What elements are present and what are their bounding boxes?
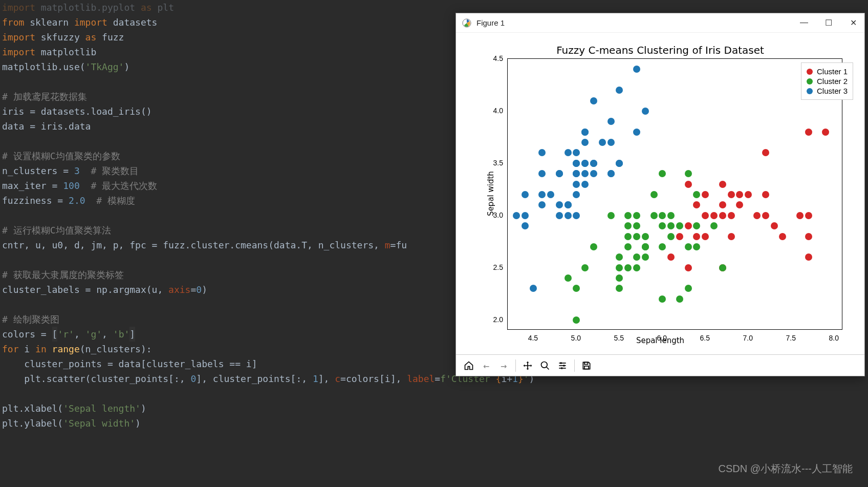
data-point bbox=[581, 170, 589, 177]
data-point bbox=[728, 212, 735, 219]
data-point bbox=[565, 149, 572, 156]
data-point bbox=[642, 243, 649, 250]
data-point bbox=[667, 222, 675, 229]
data-point bbox=[805, 129, 812, 136]
matplotlib-figure-window: Figure 1 — ☐ ✕ Fuzzy C-means Clustering … bbox=[455, 13, 865, 376]
legend-item[interactable]: Cluster 2 bbox=[807, 77, 848, 86]
svg-rect-8 bbox=[561, 367, 563, 369]
back-icon[interactable]: ← bbox=[479, 358, 494, 373]
forward-icon[interactable]: → bbox=[496, 358, 511, 373]
legend-label: Cluster 1 bbox=[817, 67, 848, 76]
y-tick: 2.0 bbox=[483, 315, 503, 324]
chart-title: Fuzzy C-means Clustering of Iris Dataset bbox=[456, 44, 864, 56]
data-point bbox=[667, 212, 675, 219]
data-point bbox=[693, 201, 700, 208]
data-point bbox=[659, 295, 666, 303]
data-point bbox=[616, 160, 623, 167]
home-icon[interactable] bbox=[461, 358, 476, 373]
maximize-button[interactable]: ☐ bbox=[823, 18, 834, 28]
data-point bbox=[590, 170, 597, 177]
data-point bbox=[590, 97, 597, 104]
data-point bbox=[805, 233, 812, 240]
minimize-button[interactable]: — bbox=[799, 18, 809, 28]
data-point bbox=[607, 170, 615, 177]
data-point bbox=[624, 233, 632, 240]
data-point bbox=[590, 243, 597, 250]
data-point bbox=[538, 201, 546, 208]
legend-label: Cluster 3 bbox=[817, 87, 848, 95]
data-point bbox=[779, 233, 786, 240]
legend-item[interactable]: Cluster 3 bbox=[807, 87, 848, 95]
data-point bbox=[719, 264, 726, 271]
data-point bbox=[522, 222, 529, 229]
pan-icon[interactable] bbox=[520, 358, 535, 373]
legend-label: Cluster 2 bbox=[817, 77, 848, 86]
data-point bbox=[762, 212, 769, 219]
data-point bbox=[556, 212, 563, 219]
data-point bbox=[685, 170, 692, 177]
data-point bbox=[581, 181, 589, 188]
svg-rect-9 bbox=[584, 362, 588, 364]
x-tick: 7.0 bbox=[743, 334, 753, 342]
data-point bbox=[642, 233, 649, 240]
data-point bbox=[642, 108, 649, 115]
data-point bbox=[538, 191, 546, 198]
window-titlebar[interactable]: Figure 1 — ☐ ✕ bbox=[456, 13, 864, 33]
data-point bbox=[702, 212, 709, 219]
plot-area[interactable]: Fuzzy C-means Clustering of Iris Dataset… bbox=[456, 33, 864, 354]
data-point bbox=[805, 212, 812, 219]
data-point bbox=[547, 191, 554, 198]
x-tick: 5.0 bbox=[571, 334, 581, 342]
data-point bbox=[573, 170, 580, 177]
zoom-icon[interactable] bbox=[537, 358, 553, 373]
legend[interactable]: Cluster 1Cluster 2Cluster 3 bbox=[801, 62, 853, 100]
data-point bbox=[565, 201, 572, 208]
code-line[interactable]: plt.xlabel('Sepal length') bbox=[2, 401, 866, 416]
data-point bbox=[702, 191, 709, 198]
data-point bbox=[624, 264, 632, 271]
window-controls: — ☐ ✕ bbox=[799, 18, 858, 28]
chart-axes bbox=[507, 58, 842, 330]
data-point bbox=[685, 181, 692, 188]
svg-line-2 bbox=[547, 367, 549, 369]
y-tick: 3.5 bbox=[483, 159, 503, 167]
close-button[interactable]: ✕ bbox=[848, 18, 858, 28]
data-point bbox=[642, 253, 649, 261]
svg-point-1 bbox=[541, 362, 548, 368]
data-point bbox=[556, 201, 563, 208]
data-point bbox=[685, 285, 692, 292]
data-point bbox=[607, 139, 615, 146]
y-tick: 3.0 bbox=[483, 211, 503, 219]
code-line[interactable] bbox=[2, 386, 866, 401]
data-point bbox=[573, 191, 580, 198]
data-point bbox=[633, 129, 640, 136]
data-point bbox=[616, 274, 623, 282]
configure-icon[interactable] bbox=[555, 358, 570, 373]
data-point bbox=[573, 160, 580, 167]
data-point bbox=[659, 170, 666, 177]
data-point bbox=[624, 243, 632, 250]
save-icon[interactable] bbox=[579, 358, 594, 373]
data-point bbox=[616, 264, 623, 271]
data-point bbox=[616, 87, 623, 94]
x-tick: 5.5 bbox=[614, 334, 624, 342]
data-point bbox=[607, 212, 615, 219]
data-point bbox=[676, 233, 683, 240]
data-point bbox=[728, 233, 735, 240]
data-point bbox=[693, 243, 700, 250]
code-line[interactable]: plt.ylabel('Sepal width') bbox=[2, 416, 866, 431]
data-point bbox=[538, 170, 546, 177]
data-point bbox=[676, 295, 683, 303]
data-point bbox=[771, 222, 778, 229]
data-point bbox=[753, 212, 761, 219]
data-point bbox=[822, 129, 829, 136]
data-point bbox=[581, 139, 589, 146]
legend-item[interactable]: Cluster 1 bbox=[807, 67, 848, 76]
watermark: CSDN @小桥流水---人工智能 bbox=[718, 462, 853, 476]
data-point bbox=[624, 222, 632, 229]
data-point bbox=[745, 191, 752, 198]
y-axis-label: Sepal width bbox=[486, 171, 495, 216]
data-point bbox=[710, 222, 718, 229]
data-point bbox=[633, 222, 640, 229]
svg-rect-7 bbox=[563, 365, 565, 366]
